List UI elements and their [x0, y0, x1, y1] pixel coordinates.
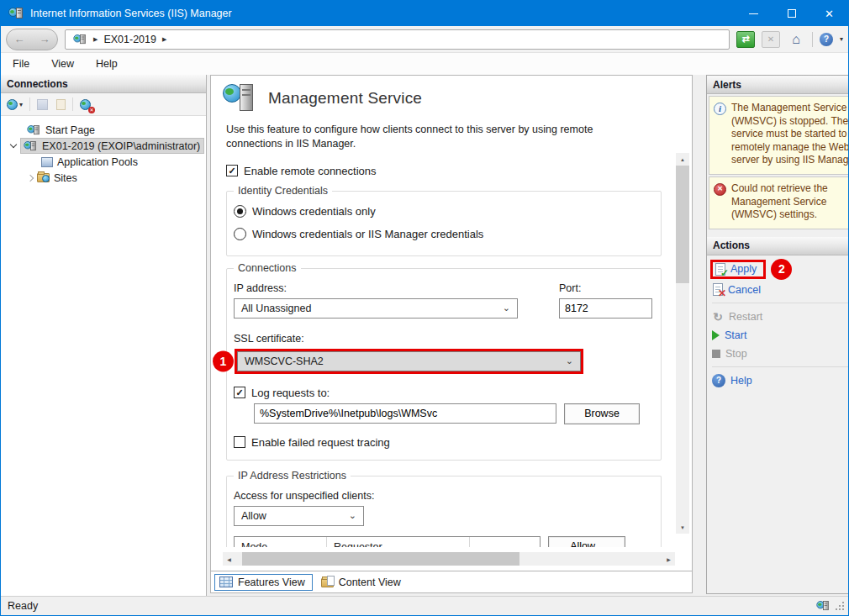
port-input[interactable] — [559, 298, 652, 319]
main-body: Connections ▾ ✕ Start Page EX01- — [1, 75, 848, 596]
ssl-certificate-value: WMSCVC-SHA2 — [245, 355, 324, 367]
scroll-left-icon[interactable]: ◀ — [223, 552, 235, 566]
restrictions-table[interactable]: Mode Requestor — [234, 536, 541, 547]
browse-button[interactable]: Browse — [564, 403, 640, 424]
enable-remote-connections-label: Enable remote connections — [244, 165, 377, 177]
menu-file[interactable]: File — [13, 58, 29, 70]
ip-address-label: IP address: — [234, 282, 518, 294]
tree-item-start-page[interactable]: Start Page — [1, 122, 206, 138]
actions-separator — [712, 303, 848, 303]
connect-caret-icon: ▾ — [19, 101, 23, 108]
ip-restrictions-legend: IP Address Restrictions — [234, 470, 351, 482]
ssl-certificate-select[interactable]: WMSCVC-SHA2 ⌄ — [237, 351, 581, 371]
action-apply-row: ✓ Apply 2 — [710, 259, 848, 280]
refresh-button[interactable]: ⇄ — [736, 31, 755, 48]
scroll-down-icon[interactable]: ▼ — [676, 521, 689, 534]
port-label: Port: — [559, 282, 652, 294]
column-mode: Mode — [235, 537, 327, 547]
actions-list: ✓ Apply 2 ✕ Cancel ↻ Restart Start — [707, 255, 848, 391]
home-button[interactable]: ⌂ — [787, 31, 805, 48]
minimize-button[interactable] — [735, 1, 773, 26]
windows-credentials-only-radio[interactable] — [234, 205, 246, 218]
annotation-badge-1: 1 — [213, 350, 234, 371]
connections-tree: Start Page EX01-2019 (EXOIP\administrato… — [1, 116, 206, 186]
features-view-icon — [219, 577, 233, 587]
toolbar-separator — [812, 32, 813, 47]
menu-help[interactable]: Help — [96, 58, 118, 70]
menu-view[interactable]: View — [51, 58, 74, 70]
allow-button[interactable]: Allow... — [548, 536, 625, 547]
vertical-scroll-thumb[interactable] — [676, 166, 689, 283]
apply-check-icon: ✓ — [720, 267, 729, 279]
enable-remote-connections-row: ✓ Enable remote connections — [226, 165, 663, 177]
horizontal-scroll-thumb[interactable] — [242, 552, 519, 566]
alert-settings-error: ✕ Could not retrieve the Management Serv… — [709, 176, 848, 229]
tree-item-server[interactable]: EX01-2019 (EXOIP\administrator) — [1, 138, 206, 154]
chevron-collapsed-icon[interactable] — [27, 174, 34, 181]
iis-manager-window: Internet Information Services (IIS) Mana… — [0, 0, 849, 616]
save-connection-button[interactable] — [35, 97, 50, 112]
ssl-highlight-annotation: 1 WMSCVC-SHA2 ⌄ — [235, 349, 583, 374]
help-action[interactable]: Help — [730, 375, 752, 387]
breadcrumb-server[interactable]: EX01-2019 — [103, 34, 156, 45]
forward-button[interactable]: → — [40, 33, 50, 45]
start-action[interactable]: Start — [725, 329, 746, 341]
breadcrumb-arrow-icon[interactable]: ▶ — [162, 36, 166, 43]
alerts-header: Alerts — [707, 76, 848, 94]
view-tabs: Features View Content View — [211, 571, 692, 592]
enable-remote-connections-checkbox[interactable]: ✓ — [226, 165, 238, 176]
scroll-up-icon[interactable]: ▲ — [676, 153, 689, 166]
window-title: Internet Information Services (IIS) Mana… — [30, 8, 735, 19]
page-description: Use this feature to configure how client… — [226, 123, 651, 151]
horizontal-scrollbar[interactable]: ◀ ▶ — [223, 552, 675, 566]
server-icon — [73, 34, 86, 45]
iis-app-icon — [8, 7, 24, 20]
tab-content-view[interactable]: Content View — [316, 574, 409, 591]
cancel-icon: ✕ — [713, 283, 723, 296]
feature-panel: Management Service Use this feature to c… — [210, 75, 693, 593]
connections-panel: Connections ▾ ✕ Start Page EX01- — [1, 75, 207, 596]
log-path-input[interactable] — [254, 403, 556, 424]
select-caret-icon: ⌄ — [503, 303, 510, 313]
resize-grip[interactable] — [835, 601, 845, 611]
rename-icon — [56, 99, 66, 110]
tree-item-sites[interactable]: Sites — [1, 170, 206, 186]
menu-bar: File View Help — [1, 53, 848, 75]
windows-credentials-only-row: Windows credentials only — [234, 205, 652, 218]
maximize-button[interactable] — [773, 1, 810, 26]
tab-label: Content View — [339, 577, 401, 588]
identity-credentials-legend: Identity Credentials — [234, 185, 332, 197]
back-button[interactable]: ← — [14, 33, 25, 45]
cancel-action[interactable]: Cancel — [728, 284, 761, 296]
help-dropdown-caret[interactable]: ▾ — [840, 35, 843, 43]
tree-item-application-pools[interactable]: Application Pools — [1, 154, 206, 170]
vertical-scrollbar[interactable]: ▲ ▼ — [676, 153, 689, 534]
ip-address-select[interactable]: All Unassigned ⌄ — [234, 298, 518, 319]
log-requests-checkbox[interactable]: ✓ — [234, 387, 245, 398]
actions-header: Actions — [707, 237, 848, 255]
stop-button[interactable]: ✕ — [762, 31, 780, 48]
feature-body: ✓ Enable remote connections Identity Cre… — [211, 151, 692, 547]
chevron-expanded-icon[interactable] — [10, 141, 17, 148]
create-connection-button[interactable]: ▾ — [5, 97, 24, 112]
delete-connection-button[interactable]: ✕ — [78, 97, 92, 112]
panel-gap — [707, 229, 848, 237]
cancel-x-icon: ✕ — [718, 287, 726, 299]
apply-icon: ✓ — [715, 263, 725, 276]
breadcrumb-arrow-icon[interactable]: ▶ — [93, 36, 98, 43]
tab-features-view[interactable]: Features View — [214, 574, 313, 591]
close-button[interactable]: ✕ — [810, 1, 848, 26]
failed-request-tracing-checkbox[interactable] — [234, 436, 245, 448]
access-unspecified-select[interactable]: Allow ⌄ — [234, 506, 364, 526]
connections-toolbar-separator — [29, 97, 30, 111]
alert-text: The Management Service (WMSVC) is stoppe… — [731, 102, 848, 167]
ip-address-restrictions-group: IP Address Restrictions Access for unspe… — [226, 476, 662, 547]
rename-connection-button[interactable] — [55, 97, 67, 112]
restart-action: Restart — [729, 311, 762, 323]
windows-or-iis-credentials-radio[interactable] — [234, 228, 246, 240]
apply-action[interactable]: Apply — [730, 263, 757, 275]
address-bar[interactable]: ▶ EX01-2019 ▶ — [65, 29, 730, 50]
help-button[interactable]: ? — [820, 33, 833, 46]
connections-toolbar: ▾ ✕ — [1, 93, 206, 116]
scroll-right-icon[interactable]: ▶ — [662, 552, 675, 566]
